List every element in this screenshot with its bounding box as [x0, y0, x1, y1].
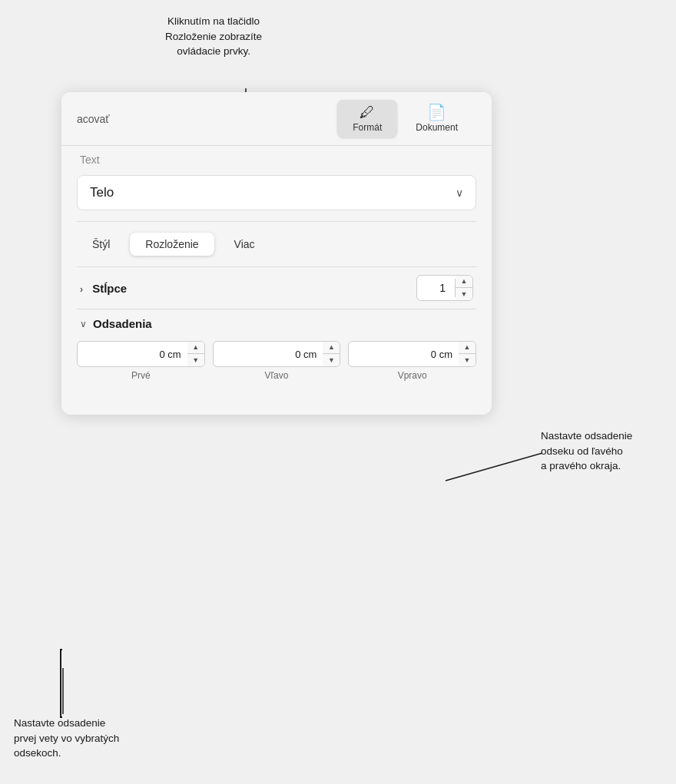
- document-label: Dokument: [416, 122, 458, 133]
- subtab-styl-label: Štýl: [92, 238, 110, 250]
- columns-stepper: 1 ▲ ▼: [416, 275, 473, 301]
- format-tab-button[interactable]: 🖊 Formát: [337, 100, 397, 137]
- prvé-stepper-btns: ▲ ▼: [187, 342, 204, 366]
- vlavo-decrement-button[interactable]: ▼: [323, 354, 340, 366]
- subtab-viac-label: Viac: [234, 238, 255, 250]
- subtab-rozlozenie-label: Rozloženie: [145, 238, 198, 250]
- vpravo-label: Vpravo: [398, 370, 427, 381]
- vlavo-stepper-btns: ▲ ▼: [323, 342, 340, 366]
- style-value: Telo: [90, 185, 114, 200]
- odsadenia-fields: 0 cm ▲ ▼ Prvé 0 cm ▲ ▼ Vľavo 0 cm: [61, 335, 492, 392]
- vlavo-increment-button[interactable]: ▲: [323, 342, 340, 354]
- odsadenia-title: Odsadenia: [93, 317, 152, 330]
- vpravo-increment-button[interactable]: ▲: [459, 342, 476, 354]
- format-panel: acovať 🖊 Formát 📄 Dokument Text Telo ∨ Š…: [61, 92, 492, 415]
- expand-arrow-icon: ›: [80, 284, 83, 295]
- columns-text: Stĺpce: [92, 282, 127, 295]
- toolbar: acovať 🖊 Formát 📄 Dokument: [61, 92, 492, 146]
- collapse-arrow-icon: ∨: [80, 319, 87, 329]
- prvé-label: Prvé: [131, 370, 151, 381]
- section-header-text: Text: [61, 146, 492, 172]
- callout-top: Kliknutím na tlačidlo Rozloženie zobrazí…: [165, 14, 262, 59]
- callout-right-line1: Nastavte odsadenie: [541, 430, 632, 442]
- toolbar-left-label: acovať: [61, 113, 334, 125]
- columns-stepper-btns: ▲ ▼: [456, 276, 472, 300]
- prvé-col: 0 cm ▲ ▼ Prvé: [77, 341, 205, 381]
- callout-right-line2: odseku od ľavého: [541, 445, 623, 457]
- prvé-value: 0 cm: [78, 345, 187, 364]
- columns-label: › Stĺpce: [80, 282, 416, 295]
- vpravo-stepper-btns: ▲ ▼: [459, 342, 476, 366]
- odsadenia-title-row: ∨ Odsadenia: [61, 309, 492, 335]
- callout-bottom-line2: prvej vety vo vybratých: [14, 733, 119, 744]
- prvé-decrement-button[interactable]: ▼: [187, 354, 204, 366]
- format-label: Formát: [353, 122, 382, 133]
- vlavo-col: 0 cm ▲ ▼ Vľavo: [213, 341, 341, 381]
- chevron-down-icon: ∨: [456, 187, 463, 199]
- format-icon: 🖊: [360, 104, 375, 120]
- prvé-bracket-annotation: [60, 649, 62, 718]
- svg-line-1: [446, 453, 542, 481]
- vpravo-input-wrap: 0 cm ▲ ▼: [348, 341, 476, 367]
- vlavo-input-wrap: 0 cm ▲ ▼: [213, 341, 341, 367]
- subtab-rozlozenie[interactable]: Rozloženie: [130, 233, 214, 256]
- vpravo-col: 0 cm ▲ ▼ Vpravo: [348, 341, 476, 381]
- document-icon: 📄: [427, 104, 446, 120]
- vpravo-value: 0 cm: [349, 345, 459, 364]
- columns-value: 1: [417, 279, 456, 297]
- callout-bottom-line1: Nastavte odsadenie: [14, 717, 105, 729]
- callout-right: Nastavte odsadenie odseku od ľavého a pr…: [541, 428, 664, 474]
- columns-row: › Stĺpce 1 ▲ ▼: [61, 267, 492, 309]
- sub-tabs: Štýl Rozloženie Viac: [61, 222, 492, 266]
- callout-bottom: Nastavte odsadenie prvej vety vo vybratý…: [14, 716, 144, 761]
- columns-increment-button[interactable]: ▲: [456, 276, 472, 288]
- columns-decrement-button[interactable]: ▼: [456, 288, 472, 300]
- callout-bottom-line3: odsekoch.: [14, 747, 61, 759]
- vlavo-label: Vľavo: [265, 370, 289, 381]
- vpravo-decrement-button[interactable]: ▼: [459, 354, 476, 366]
- document-tab-button[interactable]: 📄 Dokument: [400, 100, 473, 137]
- prvé-input-wrap: 0 cm ▲ ▼: [77, 341, 205, 367]
- subtab-styl[interactable]: Štýl: [77, 233, 125, 256]
- vlavo-value: 0 cm: [214, 345, 323, 364]
- style-selector[interactable]: Telo ∨: [77, 175, 476, 210]
- callout-right-line3: a pravého okraja.: [541, 460, 621, 471]
- prvé-increment-button[interactable]: ▲: [187, 342, 204, 354]
- subtab-viac[interactable]: Viac: [219, 233, 270, 256]
